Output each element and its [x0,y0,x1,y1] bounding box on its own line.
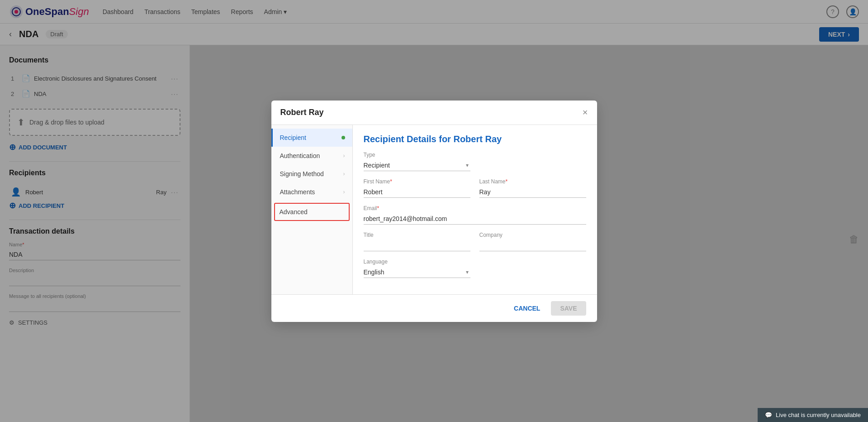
modal-nav-signing-method[interactable]: Signing Method › [271,165,352,183]
first-name-label: First Name* [364,178,470,185]
modal-nav-authentication[interactable]: Authentication › [271,147,352,165]
modal-sidebar: Recipient Authentication › Signing Metho… [271,125,353,294]
type-select[interactable]: Recipient [364,160,470,171]
last-name-label: Last Name* [479,178,586,185]
title-company-row: Title Company [364,232,586,251]
title-input[interactable] [364,240,470,251]
modal-close-button[interactable]: × [583,108,588,117]
modal-title: Robert Ray [280,108,324,117]
type-field: Type Recipient ▾ [364,152,470,171]
modal-header: Robert Ray × [271,101,597,125]
title-label: Title [364,232,470,238]
last-name-input[interactable] [479,187,586,198]
company-field: Company [479,232,586,251]
modal-overlay[interactable]: Robert Ray × Recipient Authentication › … [0,0,868,422]
chevron-right-icon: › [343,171,345,177]
last-name-field: Last Name* [479,178,586,198]
title-field: Title [364,232,470,251]
language-select-wrap: English French Spanish German ▾ [364,267,470,278]
save-button[interactable]: SAVE [551,301,586,316]
type-select-wrap: Recipient ▾ [364,160,470,171]
company-label: Company [479,232,586,238]
first-name-input[interactable] [364,187,470,198]
spacer [479,259,586,278]
email-input[interactable] [364,213,586,225]
live-chat-label: Live chat is currently unavailable [776,412,861,418]
email-label: Email* [364,205,586,211]
spacer [479,152,586,171]
chevron-right-icon: › [343,153,345,159]
modal-footer: CANCEL SAVE [271,294,597,322]
modal-content-area: Recipient Details for Robert Ray Type Re… [353,125,597,294]
type-label: Type [364,152,470,158]
modal-nav-advanced[interactable]: Advanced [274,203,350,221]
live-chat-bar: 💬 Live chat is currently unavailable [758,408,868,422]
language-row: Language English French Spanish German ▾ [364,259,586,278]
name-row: First Name* Last Name* [364,178,586,198]
modal-body: Recipient Authentication › Signing Metho… [271,125,597,294]
company-input[interactable] [479,240,586,251]
recipient-modal: Robert Ray × Recipient Authentication › … [271,101,597,322]
email-row: Email* [364,205,586,225]
email-field: Email* [364,205,586,225]
language-label: Language [364,259,470,265]
language-field: Language English French Spanish German ▾ [364,259,470,278]
cancel-button[interactable]: CANCEL [508,301,545,316]
recipient-status-dot [342,136,345,139]
content-title: Recipient Details for Robert Ray [364,134,586,144]
first-name-field: First Name* [364,178,470,198]
language-select[interactable]: English French Spanish German [364,267,470,278]
type-row: Type Recipient ▾ [364,152,586,171]
chevron-right-icon: › [343,189,345,195]
live-chat-icon: 💬 [765,412,772,418]
modal-nav-attachments[interactable]: Attachments › [271,183,352,201]
modal-nav-recipient[interactable]: Recipient [271,129,352,147]
